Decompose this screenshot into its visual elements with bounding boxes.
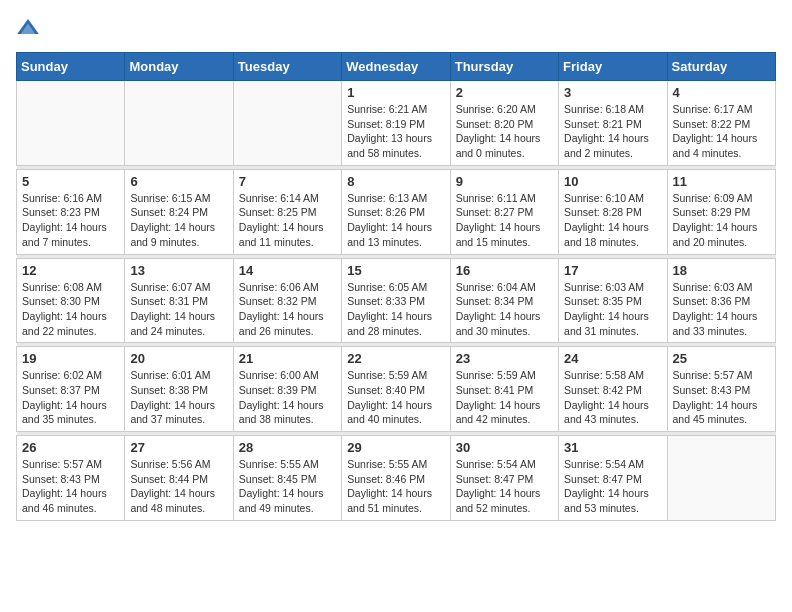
day-info: Sunrise: 6:09 AMSunset: 8:29 PMDaylight:…	[673, 191, 770, 250]
day-info: Sunrise: 6:05 AMSunset: 8:33 PMDaylight:…	[347, 280, 444, 339]
day-info: Sunrise: 6:04 AMSunset: 8:34 PMDaylight:…	[456, 280, 553, 339]
calendar-day-cell: 20Sunrise: 6:01 AMSunset: 8:38 PMDayligh…	[125, 347, 233, 432]
day-info: Sunrise: 6:07 AMSunset: 8:31 PMDaylight:…	[130, 280, 227, 339]
calendar-day-header: Saturday	[667, 53, 775, 81]
day-number: 23	[456, 351, 553, 366]
calendar-week-row: 12Sunrise: 6:08 AMSunset: 8:30 PMDayligh…	[17, 258, 776, 343]
day-number: 12	[22, 263, 119, 278]
day-number: 17	[564, 263, 661, 278]
calendar-day-cell: 16Sunrise: 6:04 AMSunset: 8:34 PMDayligh…	[450, 258, 558, 343]
calendar-day-cell: 23Sunrise: 5:59 AMSunset: 8:41 PMDayligh…	[450, 347, 558, 432]
calendar-day-cell: 27Sunrise: 5:56 AMSunset: 8:44 PMDayligh…	[125, 436, 233, 521]
calendar-week-row: 1Sunrise: 6:21 AMSunset: 8:19 PMDaylight…	[17, 81, 776, 166]
day-info: Sunrise: 6:20 AMSunset: 8:20 PMDaylight:…	[456, 102, 553, 161]
day-info: Sunrise: 6:21 AMSunset: 8:19 PMDaylight:…	[347, 102, 444, 161]
calendar-day-cell: 6Sunrise: 6:15 AMSunset: 8:24 PMDaylight…	[125, 169, 233, 254]
day-number: 2	[456, 85, 553, 100]
calendar-day-cell	[125, 81, 233, 166]
calendar-day-header: Sunday	[17, 53, 125, 81]
day-number: 30	[456, 440, 553, 455]
day-info: Sunrise: 6:08 AMSunset: 8:30 PMDaylight:…	[22, 280, 119, 339]
day-info: Sunrise: 5:54 AMSunset: 8:47 PMDaylight:…	[564, 457, 661, 516]
calendar-day-cell: 1Sunrise: 6:21 AMSunset: 8:19 PMDaylight…	[342, 81, 450, 166]
calendar-day-cell: 13Sunrise: 6:07 AMSunset: 8:31 PMDayligh…	[125, 258, 233, 343]
day-info: Sunrise: 5:59 AMSunset: 8:41 PMDaylight:…	[456, 368, 553, 427]
day-info: Sunrise: 6:02 AMSunset: 8:37 PMDaylight:…	[22, 368, 119, 427]
calendar-table: SundayMondayTuesdayWednesdayThursdayFrid…	[16, 52, 776, 521]
day-number: 13	[130, 263, 227, 278]
day-number: 15	[347, 263, 444, 278]
calendar-day-cell: 28Sunrise: 5:55 AMSunset: 8:45 PMDayligh…	[233, 436, 341, 521]
day-info: Sunrise: 6:18 AMSunset: 8:21 PMDaylight:…	[564, 102, 661, 161]
day-number: 5	[22, 174, 119, 189]
calendar-day-cell: 8Sunrise: 6:13 AMSunset: 8:26 PMDaylight…	[342, 169, 450, 254]
calendar-day-header: Monday	[125, 53, 233, 81]
day-number: 18	[673, 263, 770, 278]
day-number: 22	[347, 351, 444, 366]
calendar-body: 1Sunrise: 6:21 AMSunset: 8:19 PMDaylight…	[17, 81, 776, 521]
calendar-day-cell: 12Sunrise: 6:08 AMSunset: 8:30 PMDayligh…	[17, 258, 125, 343]
calendar-day-cell	[17, 81, 125, 166]
day-number: 6	[130, 174, 227, 189]
calendar-header-row: SundayMondayTuesdayWednesdayThursdayFrid…	[17, 53, 776, 81]
day-number: 7	[239, 174, 336, 189]
calendar-day-cell: 29Sunrise: 5:55 AMSunset: 8:46 PMDayligh…	[342, 436, 450, 521]
day-number: 10	[564, 174, 661, 189]
calendar-week-row: 26Sunrise: 5:57 AMSunset: 8:43 PMDayligh…	[17, 436, 776, 521]
day-info: Sunrise: 5:57 AMSunset: 8:43 PMDaylight:…	[673, 368, 770, 427]
calendar-day-header: Wednesday	[342, 53, 450, 81]
calendar-day-cell: 5Sunrise: 6:16 AMSunset: 8:23 PMDaylight…	[17, 169, 125, 254]
calendar-day-cell: 14Sunrise: 6:06 AMSunset: 8:32 PMDayligh…	[233, 258, 341, 343]
day-number: 1	[347, 85, 444, 100]
day-info: Sunrise: 5:55 AMSunset: 8:45 PMDaylight:…	[239, 457, 336, 516]
calendar-day-cell: 11Sunrise: 6:09 AMSunset: 8:29 PMDayligh…	[667, 169, 775, 254]
day-info: Sunrise: 6:06 AMSunset: 8:32 PMDaylight:…	[239, 280, 336, 339]
calendar-day-cell: 19Sunrise: 6:02 AMSunset: 8:37 PMDayligh…	[17, 347, 125, 432]
calendar-day-cell: 3Sunrise: 6:18 AMSunset: 8:21 PMDaylight…	[559, 81, 667, 166]
calendar-day-cell: 31Sunrise: 5:54 AMSunset: 8:47 PMDayligh…	[559, 436, 667, 521]
day-number: 28	[239, 440, 336, 455]
day-info: Sunrise: 6:00 AMSunset: 8:39 PMDaylight:…	[239, 368, 336, 427]
day-info: Sunrise: 6:16 AMSunset: 8:23 PMDaylight:…	[22, 191, 119, 250]
calendar-day-cell	[233, 81, 341, 166]
calendar-day-cell: 22Sunrise: 5:59 AMSunset: 8:40 PMDayligh…	[342, 347, 450, 432]
page-header	[16, 16, 776, 40]
day-info: Sunrise: 6:03 AMSunset: 8:36 PMDaylight:…	[673, 280, 770, 339]
day-info: Sunrise: 6:13 AMSunset: 8:26 PMDaylight:…	[347, 191, 444, 250]
calendar-day-cell: 25Sunrise: 5:57 AMSunset: 8:43 PMDayligh…	[667, 347, 775, 432]
day-info: Sunrise: 5:58 AMSunset: 8:42 PMDaylight:…	[564, 368, 661, 427]
day-info: Sunrise: 6:14 AMSunset: 8:25 PMDaylight:…	[239, 191, 336, 250]
day-info: Sunrise: 5:56 AMSunset: 8:44 PMDaylight:…	[130, 457, 227, 516]
calendar-week-row: 19Sunrise: 6:02 AMSunset: 8:37 PMDayligh…	[17, 347, 776, 432]
day-info: Sunrise: 5:57 AMSunset: 8:43 PMDaylight:…	[22, 457, 119, 516]
day-info: Sunrise: 6:10 AMSunset: 8:28 PMDaylight:…	[564, 191, 661, 250]
day-number: 14	[239, 263, 336, 278]
calendar-day-cell: 24Sunrise: 5:58 AMSunset: 8:42 PMDayligh…	[559, 347, 667, 432]
day-info: Sunrise: 5:55 AMSunset: 8:46 PMDaylight:…	[347, 457, 444, 516]
calendar-day-cell: 10Sunrise: 6:10 AMSunset: 8:28 PMDayligh…	[559, 169, 667, 254]
calendar-day-cell: 4Sunrise: 6:17 AMSunset: 8:22 PMDaylight…	[667, 81, 775, 166]
day-number: 3	[564, 85, 661, 100]
day-number: 29	[347, 440, 444, 455]
day-number: 19	[22, 351, 119, 366]
day-info: Sunrise: 6:03 AMSunset: 8:35 PMDaylight:…	[564, 280, 661, 339]
day-number: 20	[130, 351, 227, 366]
day-info: Sunrise: 6:15 AMSunset: 8:24 PMDaylight:…	[130, 191, 227, 250]
calendar-day-cell: 9Sunrise: 6:11 AMSunset: 8:27 PMDaylight…	[450, 169, 558, 254]
calendar-day-cell: 7Sunrise: 6:14 AMSunset: 8:25 PMDaylight…	[233, 169, 341, 254]
day-info: Sunrise: 6:17 AMSunset: 8:22 PMDaylight:…	[673, 102, 770, 161]
calendar-day-cell: 17Sunrise: 6:03 AMSunset: 8:35 PMDayligh…	[559, 258, 667, 343]
day-number: 31	[564, 440, 661, 455]
day-number: 27	[130, 440, 227, 455]
day-number: 21	[239, 351, 336, 366]
day-info: Sunrise: 6:11 AMSunset: 8:27 PMDaylight:…	[456, 191, 553, 250]
day-number: 11	[673, 174, 770, 189]
calendar-week-row: 5Sunrise: 6:16 AMSunset: 8:23 PMDaylight…	[17, 169, 776, 254]
day-number: 16	[456, 263, 553, 278]
calendar-day-cell: 2Sunrise: 6:20 AMSunset: 8:20 PMDaylight…	[450, 81, 558, 166]
day-number: 25	[673, 351, 770, 366]
calendar-day-cell	[667, 436, 775, 521]
calendar-day-cell: 15Sunrise: 6:05 AMSunset: 8:33 PMDayligh…	[342, 258, 450, 343]
calendar-day-cell: 18Sunrise: 6:03 AMSunset: 8:36 PMDayligh…	[667, 258, 775, 343]
logo-icon	[16, 16, 40, 40]
